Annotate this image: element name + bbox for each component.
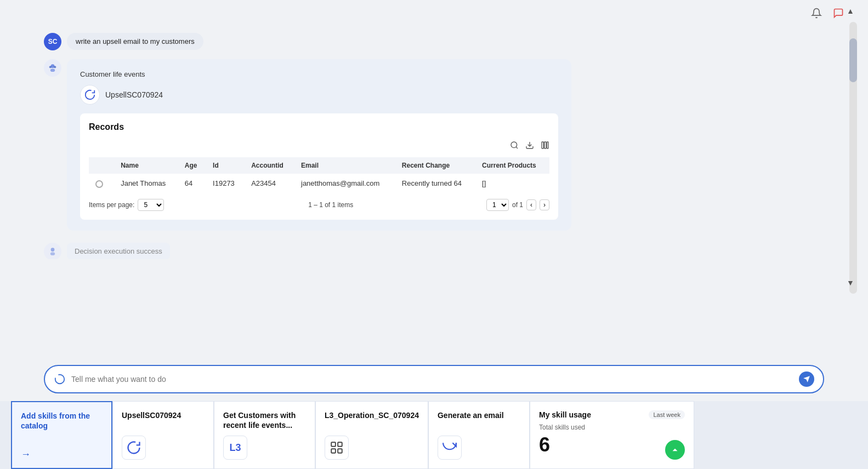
scrollbar-thumb[interactable] [849,38,857,82]
sub-agent-name: UpsellSC070924 [105,90,163,99]
send-button[interactable] [799,371,814,387]
content-card: Customer life events UpsellSC070924 Reco… [67,59,571,231]
section-label: Customer life events [80,70,558,78]
loading-spinner-icon [54,373,66,385]
download-icon[interactable] [525,141,534,152]
sub-agent-row: UpsellSC070924 [80,85,558,105]
items-per-page: Items per page: 5 10 25 [89,199,164,211]
page-controls: 1 of 1 ‹ › [486,199,549,211]
col-name[interactable]: Name [114,157,178,174]
generate-email-icon [438,436,462,460]
col-select [89,157,114,174]
svg-rect-6 [542,142,543,148]
svg-rect-14 [331,449,336,453]
add-skills-arrow: → [21,449,31,460]
of-text: of 1 [512,201,523,209]
svg-point-9 [51,248,55,251]
upsell-skill-card[interactable]: UpsellSC070924 [112,401,214,469]
total-skills-label: Total skills used [539,424,685,431]
items-per-page-label: Items per page: [89,201,134,209]
skill-usage-card: My skill usage Last week Total skills us… [530,401,694,469]
upsell-skill-title: UpsellSC070924 [122,410,205,420]
svg-point-4 [511,142,517,148]
input-bar-wrapper [0,359,868,401]
l3-operation-icon [325,436,349,460]
scrollbar-track[interactable] [849,22,857,294]
table-header-row: Name Age Id Accountid Email Recent Chang… [89,157,549,174]
agent-avatar [44,59,61,77]
svg-point-1 [50,68,55,72]
svg-rect-15 [338,449,342,453]
svg-rect-13 [338,442,342,447]
prev-page-button[interactable]: ‹ [526,199,536,210]
row-name: Janet Thomas [114,174,178,193]
last-week-badge: Last week [649,410,685,419]
row-select[interactable] [89,174,114,193]
user-message-text: write an upsell email to my customers [67,33,203,50]
top-icons [809,5,846,21]
col-current-products[interactable]: Current Products [475,157,549,174]
generate-email-title: Generate an email [438,410,520,420]
decision-avatar [44,243,61,259]
bottom-cards-area: Add skills from the catalog → UpsellSC07… [0,401,868,469]
message-icon[interactable] [831,5,846,21]
records-card: Records [80,113,558,220]
sub-agent-icon [80,85,100,105]
upsell-skill-icon [122,436,146,460]
next-page-button[interactable]: › [540,199,549,210]
svg-point-11 [55,374,65,384]
input-bar [44,365,824,393]
get-customers-title: Get Customers with recent life events... [223,410,306,430]
add-skills-card[interactable]: Add skills from the catalog → [11,401,112,469]
collapse-up-button[interactable]: ▲ [845,5,856,16]
agent-message-row: Customer life events UpsellSC070924 Reco… [44,59,824,231]
bell-icon[interactable] [809,5,824,21]
search-icon[interactable] [510,141,519,152]
svg-point-3 [54,66,56,68]
total-skills-count: 6 [539,433,685,456]
user-avatar: SC [44,33,61,50]
col-email[interactable]: Email [294,157,395,174]
items-per-page-select[interactable]: 5 10 25 [138,199,164,211]
collapse-down-button[interactable]: ▼ [845,277,856,288]
svg-point-2 [49,66,52,68]
page-number-select[interactable]: 1 [486,199,509,211]
pagination-row: Items per page: 5 10 25 1 – 1 of 1 items… [89,193,549,211]
get-customers-icon: L3 [223,436,247,460]
l3-operation-card[interactable]: L3_Operation_SC_070924 [315,401,428,469]
row-id: I19273 [206,174,245,193]
page-info: 1 – 1 of 1 items [180,201,481,209]
skill-up-button[interactable] [665,440,685,460]
svg-rect-12 [331,442,336,447]
svg-rect-7 [544,142,546,148]
row-recent-change: Recently turned 64 [395,174,475,193]
svg-point-10 [50,252,55,255]
chat-input[interactable] [71,375,793,384]
records-table: Name Age Id Accountid Email Recent Chang… [89,157,549,193]
row-email: janetthomas@gmail.com [294,174,395,193]
skill-usage-title: My skill usage [539,410,591,419]
columns-icon[interactable] [541,141,549,152]
col-recent-change[interactable]: Recent Change [395,157,475,174]
records-title: Records [89,122,549,132]
l3-operation-title: L3_Operation_SC_070924 [325,410,419,420]
generate-email-card[interactable]: Generate an email [428,401,530,469]
row-age: 64 [178,174,206,193]
col-id[interactable]: Id [206,157,245,174]
decision-row: Decision execution success [44,243,824,259]
col-accountid[interactable]: Accountid [245,157,294,174]
svg-rect-8 [547,142,548,148]
decision-text: Decision execution success [67,243,170,259]
skill-usage-header: My skill usage Last week [539,410,685,419]
user-message-row: SC write an upsell email to my customers [44,33,824,50]
row-current-products: [] [475,174,549,193]
table-row: Janet Thomas 64 I19273 A23454 janetthoma… [89,174,549,193]
get-customers-card[interactable]: Get Customers with recent life events...… [214,401,315,469]
col-age[interactable]: Age [178,157,206,174]
row-accountid: A23454 [245,174,294,193]
records-toolbar [89,141,549,152]
add-skills-title: Add skills from the catalog [21,411,103,431]
